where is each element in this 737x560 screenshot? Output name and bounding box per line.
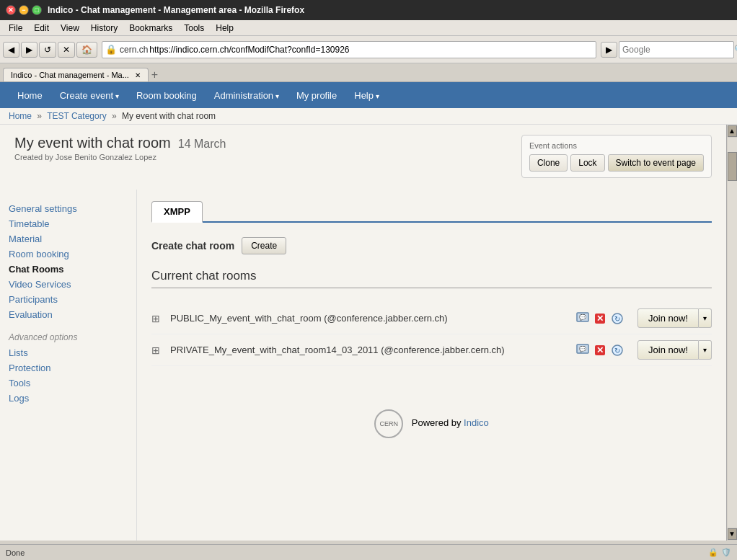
delete-icon-1[interactable]: ✕ [593, 311, 607, 326]
scroll-up[interactable]: ▲ [728, 125, 737, 137]
sidebar-video-services[interactable]: Video Services [9, 277, 128, 292]
forward-button[interactable]: ▶ [21, 42, 37, 58]
browser-tab[interactable]: Indico - Chat management - Ma... ✕ [3, 68, 149, 81]
nav-administration[interactable]: Administration [206, 86, 288, 105]
edit-icon-1[interactable]: 💬 [575, 311, 590, 326]
sidebar-protection[interactable]: Protection [9, 360, 128, 375]
nav-bar: Home Create event Room booking Administr… [0, 82, 737, 108]
status-text: Done [6, 548, 25, 557]
nav-room-booking[interactable]: Room booking [128, 86, 206, 105]
indico-link[interactable]: Indico [464, 417, 489, 428]
scrollbar[interactable]: ▲ ▼ [726, 125, 737, 541]
svg-text:💬: 💬 [579, 345, 586, 352]
tab-close-icon[interactable]: ✕ [135, 71, 141, 79]
breadcrumb: Home » TEST Category » My event with cha… [0, 108, 737, 125]
status-bar: Done 🔒 🛡️ [0, 544, 737, 560]
room-actions-1: 💬 ✕ ↻ [575, 311, 625, 326]
refresh-icon-2[interactable]: ↻ [610, 343, 625, 357]
menu-bookmarks[interactable]: Bookmarks [123, 22, 178, 35]
sidebar-evaluation[interactable]: Evaluation [9, 307, 128, 322]
svg-text:💬: 💬 [579, 314, 586, 321]
scroll-track[interactable] [728, 138, 737, 528]
footer: CERN Powered by Indico [151, 395, 712, 453]
sidebar-participants[interactable]: Participants [9, 292, 128, 307]
join-group-2: Join now! ▾ [637, 340, 712, 360]
content-tabs: XMPP [151, 201, 712, 223]
sidebar-logs[interactable]: Logs [9, 391, 128, 406]
search-bar[interactable]: 🔍 [619, 41, 734, 58]
back-button[interactable]: ◀ [3, 42, 19, 58]
join-dropdown-2[interactable]: ▾ [699, 340, 712, 360]
menu-file[interactable]: File [3, 22, 28, 35]
status-icons: 🔒 🛡️ [708, 548, 731, 557]
search-button[interactable]: 🔍 [733, 42, 737, 58]
home-button[interactable]: 🏠 [76, 42, 97, 58]
go-button[interactable]: ▶ [601, 42, 617, 58]
expand-icon-1[interactable]: ⊞ [151, 313, 163, 324]
breadcrumb-home[interactable]: Home [9, 111, 32, 121]
nav-my-profile[interactable]: My profile [288, 86, 345, 105]
menu-view[interactable]: View [55, 22, 85, 35]
tab-label: Indico - Chat management - Ma... [11, 71, 129, 79]
sidebar-chat-rooms[interactable]: Chat Rooms [9, 262, 128, 277]
close-btn[interactable]: ✕ [6, 5, 16, 15]
sidebar-lists[interactable]: Lists [9, 345, 128, 360]
lock-button[interactable]: Lock [570, 154, 604, 172]
expand-icon-2[interactable]: ⊞ [151, 345, 163, 356]
scroll-thumb[interactable] [728, 152, 737, 181]
svg-text:↻: ↻ [614, 347, 620, 355]
title-bar: ✕ − □ Indico - Chat management - Managem… [0, 0, 737, 20]
event-header: My event with chat room 14 March Created… [14, 135, 712, 178]
switch-to-event-page-button[interactable]: Switch to event page [608, 154, 704, 172]
main-content: XMPP Create chat room Create Current cha… [137, 190, 726, 541]
powered-by-label: Powered by [412, 417, 462, 428]
minimize-btn[interactable]: − [19, 5, 29, 15]
breadcrumb-current: My event with chat room [122, 111, 216, 121]
scroll-down[interactable]: ▼ [728, 528, 737, 540]
join-button-2[interactable]: Join now! [637, 340, 699, 360]
sidebar-room-booking[interactable]: Room booking [9, 246, 128, 262]
sidebar: General settings Timetable Material Room… [0, 190, 137, 541]
clone-button[interactable]: Clone [529, 154, 568, 172]
tab-xmpp[interactable]: XMPP [151, 201, 203, 223]
status-icon-1: 🔒 [708, 548, 718, 557]
menu-tools[interactable]: Tools [178, 22, 210, 35]
nav-create-event[interactable]: Create event [51, 86, 128, 105]
url-input[interactable] [149, 45, 596, 55]
browser-toolbar: ◀ ▶ ↺ ✕ 🏠 🔒 cern.ch ▶ 🔍 [0, 36, 737, 63]
domain-label: cern.ch [120, 45, 148, 55]
chat-room-item-2: ⊞ PRIVATE_My_event_with_chat_room14_03_2… [151, 334, 712, 366]
sidebar-material[interactable]: Material [9, 231, 128, 246]
menu-help[interactable]: Help [210, 22, 239, 35]
join-dropdown-1[interactable]: ▾ [699, 308, 712, 328]
sidebar-tools[interactable]: Tools [9, 375, 128, 391]
edit-icon-2[interactable]: 💬 [575, 343, 590, 357]
refresh-button[interactable]: ↺ [39, 42, 56, 58]
breadcrumb-sep2: » [112, 111, 117, 121]
breadcrumb-category[interactable]: TEST Category [47, 111, 106, 121]
room-actions-2: 💬 ✕ ↻ [575, 343, 625, 357]
maximize-btn[interactable]: □ [32, 5, 42, 15]
menu-history[interactable]: History [85, 22, 123, 35]
join-group-1: Join now! ▾ [637, 308, 712, 328]
stop-button[interactable]: ✕ [58, 42, 75, 58]
search-input[interactable] [619, 45, 733, 55]
sidebar-timetable[interactable]: Timetable [9, 216, 128, 231]
refresh-icon-1[interactable]: ↻ [610, 311, 625, 326]
address-bar[interactable]: 🔒 cern.ch [102, 41, 596, 58]
create-chat-room-row: Create chat room Create [151, 237, 712, 254]
sidebar-general-settings[interactable]: General settings [9, 201, 128, 216]
menu-edit[interactable]: Edit [28, 22, 55, 35]
nav-home[interactable]: Home [9, 86, 51, 105]
window-title: Indico - Chat management - Management ar… [48, 5, 304, 15]
create-button[interactable]: Create [242, 237, 286, 254]
svg-text:✕: ✕ [596, 314, 604, 324]
new-tab-button[interactable]: + [151, 68, 158, 81]
event-actions-box: Event actions Clone Lock Switch to event… [521, 135, 712, 178]
delete-icon-2[interactable]: ✕ [593, 343, 607, 357]
join-button-1[interactable]: Join now! [637, 308, 699, 328]
window-controls[interactable]: ✕ − □ [6, 5, 42, 15]
svg-text:✕: ✕ [596, 345, 604, 355]
nav-help[interactable]: Help [345, 86, 388, 105]
tab-bar: Indico - Chat management - Ma... ✕ + [0, 63, 737, 82]
